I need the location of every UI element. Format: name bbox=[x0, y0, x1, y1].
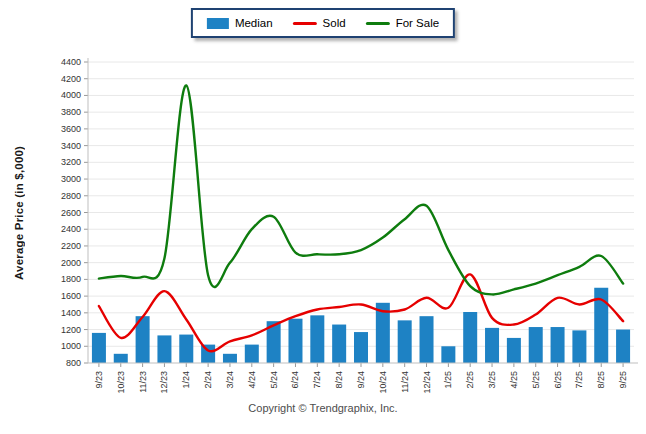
x-tick-label-12/24: 12/24 bbox=[422, 371, 432, 394]
median-bar-5/25 bbox=[529, 327, 543, 363]
y-tick-label: 1800 bbox=[61, 274, 81, 284]
y-tick-label: 4400 bbox=[61, 57, 81, 67]
y-tick-label: 2600 bbox=[61, 208, 81, 218]
x-tick-label-5/25: 5/25 bbox=[531, 371, 541, 389]
x-tick-label-10/23: 10/23 bbox=[116, 371, 126, 394]
y-tick-label: 4000 bbox=[61, 90, 81, 100]
median-bar-12/24 bbox=[420, 316, 434, 363]
median-bar-swatch-icon bbox=[207, 18, 229, 29]
x-tick-label-4/24: 4/24 bbox=[247, 371, 257, 389]
median-bar-12/23 bbox=[157, 335, 171, 363]
median-bar-6/25 bbox=[551, 327, 565, 363]
x-tick-label-8/25: 8/25 bbox=[596, 371, 606, 389]
y-axis-title: Average Price (in $,000) bbox=[9, 62, 29, 363]
median-bar-1/25 bbox=[441, 346, 455, 363]
y-tick-label: 1200 bbox=[61, 325, 81, 335]
median-bar-3/24 bbox=[223, 354, 237, 363]
legend: Median Sold For Sale bbox=[191, 8, 455, 38]
median-bar-7/25 bbox=[572, 330, 586, 363]
y-tick-label: 800 bbox=[66, 358, 81, 368]
legend-item-forsale: For Sale bbox=[366, 17, 439, 29]
x-tick-label-11/24: 11/24 bbox=[400, 371, 410, 393]
price-trend-chart: 8001000120014001600180020002200240026002… bbox=[0, 0, 646, 434]
x-tick-label-10/24: 10/24 bbox=[378, 371, 388, 394]
x-tick-label-7/24: 7/24 bbox=[312, 371, 322, 389]
median-bar-4/24 bbox=[245, 345, 259, 363]
legend-item-sold: Sold bbox=[293, 17, 346, 29]
x-tick-label-11/23: 11/23 bbox=[138, 371, 148, 393]
y-tick-label: 2200 bbox=[61, 241, 81, 251]
median-bar-9/23 bbox=[92, 333, 106, 363]
x-tick-label-7/25: 7/25 bbox=[574, 371, 584, 389]
median-bar-9/24 bbox=[354, 332, 368, 363]
x-tick-label-12/23: 12/23 bbox=[159, 371, 169, 394]
chart-background: Median Sold For Sale Average Price (in $… bbox=[0, 0, 646, 434]
x-tick-label-9/23: 9/23 bbox=[94, 371, 104, 389]
y-tick-label: 2000 bbox=[61, 258, 81, 268]
y-tick-label: 2400 bbox=[61, 224, 81, 234]
legend-item-median: Median bbox=[207, 17, 273, 29]
y-tick-labels: 8001000120014001600180020002200240026002… bbox=[61, 57, 81, 368]
x-tick-label-4/25: 4/25 bbox=[509, 371, 519, 389]
y-tick-label: 1600 bbox=[61, 291, 81, 301]
x-tick-label-6/25: 6/25 bbox=[553, 371, 563, 389]
y-tick-label: 3600 bbox=[61, 124, 81, 134]
y-tick-label: 3400 bbox=[61, 141, 81, 151]
y-tick-label: 3000 bbox=[61, 174, 81, 184]
legend-label-median: Median bbox=[235, 17, 273, 29]
x-tick-label-1/25: 1/25 bbox=[443, 371, 453, 389]
x-tick-label-5/24: 5/24 bbox=[269, 371, 279, 389]
x-tick-label-6/24: 6/24 bbox=[290, 371, 300, 389]
sold-line-swatch-icon bbox=[293, 22, 317, 25]
x-tick-label-2/25: 2/25 bbox=[465, 371, 475, 389]
x-tick-label-9/24: 9/24 bbox=[356, 371, 366, 389]
median-bar-7/24 bbox=[310, 315, 324, 363]
median-bar-10/23 bbox=[114, 354, 128, 363]
x-tick-labels: 9/2310/2311/2312/231/242/243/244/245/246… bbox=[94, 371, 628, 394]
median-bar-8/24 bbox=[332, 325, 346, 363]
median-bar-1/24 bbox=[179, 335, 193, 363]
forsale-line-swatch-icon bbox=[366, 22, 390, 25]
median-bar-2/25 bbox=[463, 312, 477, 363]
x-tick-label-9/25: 9/25 bbox=[618, 371, 628, 389]
median-bar-4/25 bbox=[507, 338, 521, 363]
x-tick-label-3/24: 3/24 bbox=[225, 371, 235, 389]
y-tick-label: 3200 bbox=[61, 157, 81, 167]
y-tick-label: 1400 bbox=[61, 308, 81, 318]
x-tick-label-8/24: 8/24 bbox=[334, 371, 344, 389]
y-tick-label: 2800 bbox=[61, 191, 81, 201]
median-bar-9/25 bbox=[616, 330, 630, 363]
y-tick-label: 1000 bbox=[61, 341, 81, 351]
x-tick-label-2/24: 2/24 bbox=[203, 371, 213, 389]
median-bar-6/24 bbox=[288, 319, 302, 363]
median-bar-3/25 bbox=[485, 328, 499, 363]
axis-ticks bbox=[84, 62, 623, 367]
x-tick-label-1/24: 1/24 bbox=[181, 371, 191, 389]
copyright-text: Copyright © Trendgraphix, Inc. bbox=[0, 402, 646, 414]
median-bar-11/24 bbox=[398, 320, 412, 363]
legend-label-forsale: For Sale bbox=[396, 17, 439, 29]
legend-label-sold: Sold bbox=[323, 17, 346, 29]
y-tick-label: 4200 bbox=[61, 74, 81, 84]
y-tick-label: 3800 bbox=[61, 107, 81, 117]
x-tick-label-3/25: 3/25 bbox=[487, 371, 497, 389]
